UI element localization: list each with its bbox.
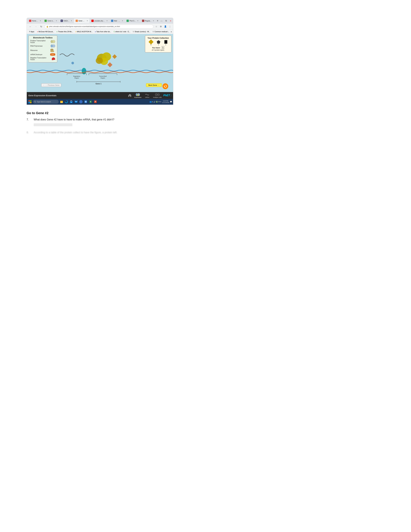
taskbar-powerpoint[interactable]: P xyxy=(93,99,98,104)
tab-gene-express-active[interactable]: Gene Express... × xyxy=(74,19,90,23)
bookmark-mcgraw[interactable]: ● McGraw-Hill Educat... xyxy=(36,30,55,33)
sim-nav-expression[interactable]: Expression xyxy=(134,93,141,98)
svg-text:X: X xyxy=(90,101,91,103)
svg-text:P: P xyxy=(95,101,96,103)
more-options-icon[interactable]: ⋮ xyxy=(168,25,172,28)
tab-close[interactable]: × xyxy=(40,20,41,22)
toolbox-negative-tf-shape[interactable] xyxy=(51,57,56,60)
protein-count-2: 0 xyxy=(165,44,166,46)
extension-icon[interactable]: ⚙ xyxy=(159,25,163,28)
bookmark-star-icon[interactable]: ☆ xyxy=(154,25,158,28)
sim-nav-expression-label: Expression xyxy=(134,96,141,98)
doc-question-8: 8. According to a table of the protein c… xyxy=(27,131,173,134)
protein-pentagon-shape xyxy=(157,40,160,44)
toolbox-mrna-destroyer-shape[interactable]: Pac xyxy=(50,53,56,56)
profile-icon[interactable]: 👤 xyxy=(163,25,167,28)
next-gene-button[interactable]: Next Gene → xyxy=(146,83,162,87)
tab-close[interactable]: × xyxy=(122,20,123,22)
taskbar-store[interactable] xyxy=(69,99,74,104)
close-button[interactable]: ✕ xyxy=(168,19,172,23)
tab-mail[interactable]: Mail - Peter h... × xyxy=(109,19,125,23)
toolbox-ribosome-shape[interactable] xyxy=(50,48,56,52)
toolbox-row-ribosome: Ribosome xyxy=(30,48,56,52)
toolbox-rna-pol-shape[interactable] xyxy=(50,44,56,48)
tab-close[interactable]: × xyxy=(106,20,108,22)
restore-button[interactable]: ⧉ xyxy=(164,19,168,23)
taskbar-search[interactable]: Type here to search xyxy=(33,100,59,104)
taskbar-edge[interactable] xyxy=(64,99,69,104)
svg-rect-13 xyxy=(107,62,112,67)
apps-icon: ⠿ xyxy=(29,31,30,33)
forward-button[interactable]: → xyxy=(34,24,38,29)
tab-close[interactable]: × xyxy=(87,20,88,22)
bookmarks-more[interactable]: » xyxy=(171,31,172,33)
address-bar[interactable]: 🔒 phet.colorado.edu/sims/html/gene-expre… xyxy=(45,25,153,28)
sim-title: Gene Expression Essentials xyxy=(28,94,125,97)
tab-favicon xyxy=(91,20,94,22)
toolbox-item-label: mRNA Destroyer xyxy=(30,54,42,56)
bookmark-favicon: W xyxy=(133,31,134,33)
question-7-text: What does Gene #2 have to have to make m… xyxy=(34,118,114,121)
taskbar-clock[interactable]: 5:29 PM 11/11/2020 xyxy=(162,100,169,103)
tab-close[interactable]: × xyxy=(153,20,154,22)
toolbox-positive-tf-shape[interactable] xyxy=(50,40,56,43)
powerpoint-icon: P xyxy=(94,100,97,103)
minimize-button[interactable]: — xyxy=(159,19,163,23)
taskbar-time-text: 5:29 PM xyxy=(163,100,168,102)
back-button[interactable]: ← xyxy=(28,24,33,29)
bookmark-vote[interactable]: G where do i vote - G... xyxy=(113,30,131,33)
svg-rect-61 xyxy=(28,102,30,103)
mrna-icon xyxy=(145,93,150,96)
protein-have-text: You have: 1 xyxy=(147,46,169,49)
tab-gene-express[interactable]: Gene expressi... × xyxy=(43,19,58,23)
toolbox-row-rna-pol: RNA Polymerase xyxy=(30,44,56,48)
taskbar-word[interactable]: W xyxy=(84,99,88,104)
tab-regulation[interactable]: Regulation co... × xyxy=(140,19,156,23)
bookmark-male-audition[interactable]: ● MALE AUDITION M... xyxy=(75,30,93,33)
tab-label: Homework Pr... xyxy=(32,20,38,22)
taskbar-network-icon[interactable]: ⇅ xyxy=(152,101,153,103)
nav-bar: ← → ↻ 🔒 phet.colorado.edu/sims/html/gene… xyxy=(27,24,173,29)
protein-collection-title: Your Protein Collection xyxy=(147,37,169,39)
store-icon xyxy=(70,100,73,103)
reset-button[interactable] xyxy=(162,83,168,89)
svg-point-10 xyxy=(96,57,103,64)
taskbar-battery-icon[interactable]: 🔋 xyxy=(156,101,158,103)
taskbar-chrome[interactable] xyxy=(79,99,83,104)
tab-close[interactable]: × xyxy=(137,20,139,22)
taskbar-mail[interactable] xyxy=(74,99,78,104)
expression-icon xyxy=(135,93,140,96)
tab-phet[interactable]: Phet Simulati... × xyxy=(125,19,140,23)
taskbar-right: 👥 ⇅ 🔊 🔋 ENG 5:29 PM 11/11/2020 💬 xyxy=(149,100,172,103)
toolbox-item-label: RNA Polymerase xyxy=(30,45,43,47)
tab-homework[interactable]: Homework Pr... × xyxy=(28,19,43,23)
tab-vidgrid[interactable]: W VidGrid - phr... × xyxy=(59,19,74,23)
svg-text:W: W xyxy=(85,101,86,103)
tab-close[interactable]: × xyxy=(71,20,72,22)
svg-point-1 xyxy=(53,40,55,43)
sim-nav-multiple-cells[interactable]: Multiple Cells xyxy=(153,93,162,98)
taskbar-file-explorer[interactable] xyxy=(59,99,64,104)
bookmark-tabs[interactable]: ● Tabs from other de... xyxy=(94,30,112,33)
tab-close[interactable]: × xyxy=(56,20,57,22)
taskbar-people-icon[interactable]: 👥 xyxy=(149,101,152,103)
sim-home-button[interactable] xyxy=(127,93,133,98)
toolbox-row-positive-tf: Positive Transcription Factor xyxy=(30,40,56,43)
tab-label: Phet Simulati... xyxy=(130,20,136,22)
taskbar-excel[interactable]: X xyxy=(88,99,93,104)
reload-button[interactable]: ↻ xyxy=(39,24,44,29)
taskbar-volume-icon[interactable]: 🔊 xyxy=(154,101,156,103)
taskbar-notification-icon[interactable]: 💬 xyxy=(170,101,172,103)
tab-add-button[interactable]: + xyxy=(156,19,159,23)
bookmark-theater[interactable]: ● Theater Arts 28 Mo... xyxy=(56,30,74,33)
bookmark-shado[interactable]: W Shado (comics) - W... xyxy=(132,30,150,33)
previous-gene-button[interactable]: ← ← Previous Gene xyxy=(41,83,61,87)
taskbar-language-icon[interactable]: ENG xyxy=(158,101,161,103)
bookmark-apps[interactable]: ⠿ Apps xyxy=(28,30,35,33)
start-button[interactable] xyxy=(28,99,32,104)
bookmark-common-medical[interactable]: W Common medical t... xyxy=(151,30,170,33)
sim-nav-mrna[interactable]: mRNA xyxy=(145,93,150,98)
tab-favicon xyxy=(111,20,113,22)
bookmark-label: where do i vote - G... xyxy=(115,31,130,33)
tab-youtube[interactable]: youtube physics.circu... × xyxy=(90,19,109,23)
